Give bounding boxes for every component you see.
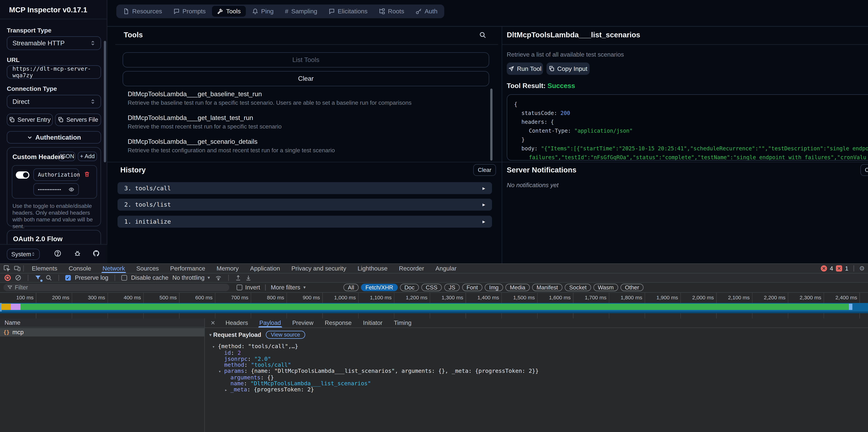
- notifications-clear-button[interactable]: Clear: [860, 164, 868, 176]
- history-item[interactable]: 2. tools/list▶: [118, 198, 492, 211]
- filter-chip-other[interactable]: Other: [620, 284, 644, 291]
- devtools-tab-memory[interactable]: Memory: [211, 264, 244, 273]
- history-item[interactable]: 3. tools/call▶: [118, 182, 492, 194]
- history-clear-button[interactable]: Clear: [473, 164, 496, 176]
- nav-tab-sampling[interactable]: #Sampling: [280, 6, 322, 17]
- devtools-tab-console[interactable]: Console: [63, 264, 97, 273]
- record-network-icon[interactable]: [4, 275, 11, 281]
- sidebar-scrollbar[interactable]: [104, 41, 106, 162]
- invert-checkbox[interactable]: [237, 285, 242, 290]
- transport-type-select[interactable]: Streamable HTTP: [7, 36, 101, 50]
- throttling-select[interactable]: No throttling ▼: [173, 274, 211, 281]
- payload-line[interactable]: method: "tools/call": [212, 362, 539, 368]
- name-column-header[interactable]: Name: [0, 318, 204, 328]
- connection-type-select[interactable]: Direct: [7, 95, 101, 109]
- filter-chip-doc[interactable]: Doc: [400, 284, 419, 291]
- filter-chip-font[interactable]: Font: [462, 284, 483, 291]
- network-overview-timeline[interactable]: 100 ms200 ms300 ms400 ms500 ms600 ms700 …: [0, 293, 868, 318]
- filter-chip-media[interactable]: Media: [505, 284, 530, 291]
- payload-line[interactable]: arguments: {}: [212, 374, 539, 380]
- authentication-collapse[interactable]: Authentication: [7, 131, 101, 144]
- view-source-button[interactable]: View source: [266, 331, 305, 339]
- preserve-log-checkbox[interactable]: ✓: [65, 275, 71, 281]
- tool-list-item[interactable]: DltMcpToolsLambda___get_scenario_details…: [128, 138, 479, 154]
- filter-chip-wasm[interactable]: Wasm: [593, 284, 618, 291]
- servers-file-button[interactable]: Servers File: [55, 114, 101, 126]
- nav-tab-tools[interactable]: Tools: [212, 6, 246, 17]
- github-icon[interactable]: [93, 250, 100, 257]
- nav-tab-elicitations[interactable]: Elicitations: [323, 6, 373, 17]
- search-network-icon[interactable]: [45, 274, 52, 281]
- header-enabled-toggle[interactable]: [16, 172, 29, 179]
- tool-list-item[interactable]: DltMcpToolsLambda___get_baseline_test_ru…: [128, 90, 479, 106]
- error-badge-icon[interactable]: ✕: [821, 265, 827, 272]
- payload-line[interactable]: ▸_meta: {progressToken: 2}: [212, 387, 539, 393]
- filter-chip-fetch-xhr[interactable]: Fetch/XHR: [361, 284, 398, 291]
- bug-icon[interactable]: [74, 250, 81, 257]
- close-details-icon[interactable]: ✕: [205, 320, 220, 326]
- filter-chip-all[interactable]: All: [343, 284, 359, 291]
- history-item[interactable]: 1. initialize▶: [118, 216, 492, 228]
- payload-line[interactable]: jsonrpc: "2.0": [212, 356, 539, 362]
- list-tools-button[interactable]: List Tools: [123, 52, 489, 67]
- server-entry-button[interactable]: Server Entry: [7, 114, 53, 126]
- nav-tab-prompts[interactable]: Prompts: [168, 6, 211, 17]
- details-tab-payload[interactable]: Payload: [254, 318, 286, 328]
- tool-list-item[interactable]: DltMcpToolsLambda___get_latest_test_runR…: [128, 114, 479, 130]
- disable-cache-checkbox[interactable]: [121, 275, 127, 281]
- filter-chip-img[interactable]: Img: [485, 284, 503, 291]
- theme-select[interactable]: System: [7, 249, 40, 260]
- details-tab-timing[interactable]: Timing: [388, 318, 417, 328]
- details-tab-headers[interactable]: Headers: [220, 318, 254, 328]
- issues-badge-icon[interactable]: ✕: [836, 265, 842, 272]
- details-tab-initiator[interactable]: Initiator: [357, 318, 388, 328]
- tools-list-scrollbar[interactable]: [490, 89, 493, 161]
- filter-chip-manifest[interactable]: Manifest: [532, 284, 562, 291]
- filter-chip-css[interactable]: CSS: [421, 284, 442, 291]
- run-tool-button[interactable]: Run Tool: [507, 62, 543, 75]
- search-icon[interactable]: [479, 31, 486, 38]
- devtools-tab-application[interactable]: Application: [244, 264, 286, 273]
- inspect-element-icon[interactable]: [3, 265, 10, 272]
- nav-tab-auth[interactable]: Auth: [410, 6, 442, 17]
- header-name-input[interactable]: Authorization: [33, 168, 79, 181]
- devtools-tab-performance[interactable]: Performance: [164, 264, 211, 273]
- clear-network-icon[interactable]: [15, 274, 22, 281]
- export-har-icon[interactable]: [245, 274, 252, 281]
- add-header-button[interactable]: + Add: [78, 152, 97, 161]
- import-har-icon[interactable]: [235, 274, 241, 281]
- filter-chip-js[interactable]: JS: [444, 284, 460, 291]
- more-filters-button[interactable]: More filters ▼: [271, 284, 306, 291]
- request-row-mcp[interactable]: {}mcp: [0, 328, 204, 337]
- json-button[interactable]: JSON: [58, 152, 75, 161]
- eye-icon[interactable]: [69, 187, 74, 192]
- help-icon[interactable]: [54, 250, 61, 257]
- nav-tab-resources[interactable]: Resources: [118, 6, 167, 17]
- settings-gear-icon[interactable]: ⚙: [859, 265, 865, 272]
- url-input[interactable]: https://dlt-mcp-server-wqa7zy: [7, 65, 101, 79]
- network-conditions-icon[interactable]: [215, 274, 222, 281]
- nav-tab-roots[interactable]: Roots: [374, 6, 409, 17]
- filter-input[interactable]: Filter: [3, 284, 229, 291]
- payload-line[interactable]: name: "DltMcpToolsLambda___list_scenario…: [212, 380, 539, 387]
- delete-header-icon[interactable]: [84, 171, 90, 178]
- details-tab-preview[interactable]: Preview: [287, 318, 319, 328]
- payload-line[interactable]: ▾params: {name: "DltMcpToolsLambda___lis…: [212, 368, 539, 374]
- devtools-tab-lighthouse[interactable]: Lighthouse: [352, 264, 393, 273]
- details-tab-response[interactable]: Response: [319, 318, 357, 328]
- device-toolbar-icon[interactable]: [13, 265, 21, 272]
- devtools-tab-network[interactable]: Network: [97, 264, 131, 273]
- nav-tab-ping[interactable]: Ping: [247, 6, 279, 17]
- clear-tools-button[interactable]: Clear: [123, 71, 489, 86]
- devtools-tab-privacy-and-security[interactable]: Privacy and security: [286, 264, 352, 273]
- devtools-tab-sources[interactable]: Sources: [131, 264, 164, 273]
- payload-line[interactable]: id: 2: [212, 350, 539, 356]
- payload-line[interactable]: ▾{method: "tools/call",…}: [212, 343, 539, 350]
- filter-toggle-icon[interactable]: [35, 274, 41, 281]
- payload-section-toggle[interactable]: ▾ Request Payload: [209, 332, 261, 338]
- filter-chip-socket[interactable]: Socket: [565, 284, 591, 291]
- devtools-tab-angular[interactable]: Angular: [430, 264, 462, 273]
- devtools-tab-elements[interactable]: Elements: [26, 264, 63, 273]
- devtools-tab-recorder[interactable]: Recorder: [393, 264, 430, 273]
- copy-input-button[interactable]: Copy Input: [547, 62, 590, 75]
